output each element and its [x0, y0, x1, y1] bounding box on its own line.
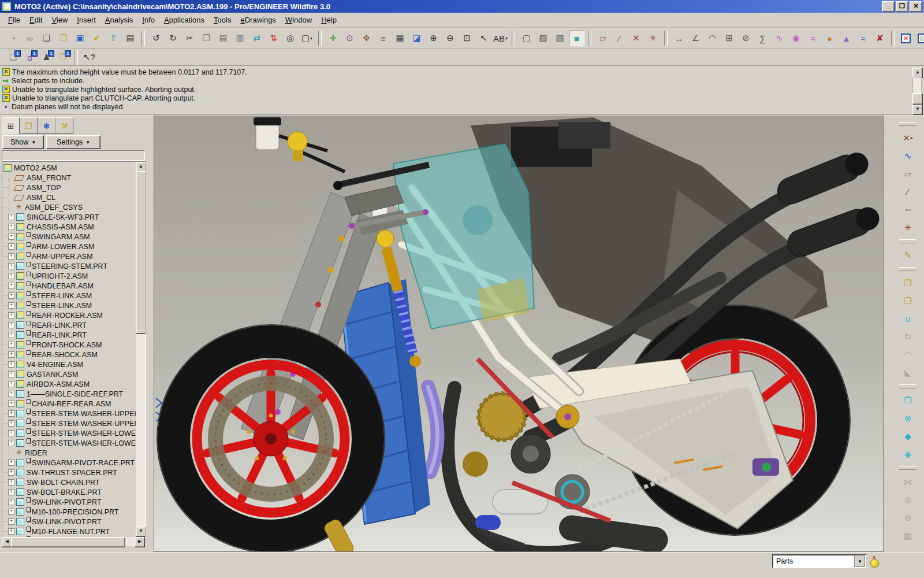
save-icon[interactable]: ▣	[72, 31, 88, 46]
shaded-icon[interactable]: ■	[569, 31, 584, 46]
selection-filter-icon[interactable]: ▢▾	[299, 31, 315, 46]
expand-icon[interactable]: +	[8, 361, 14, 368]
tree-item[interactable]: +SW-BOLT-BRAKE.PRT	[3, 487, 136, 497]
expand-icon[interactable]: +	[8, 302, 14, 309]
tree-item[interactable]: +STEER-STEM-WASHER-UPPEI	[3, 409, 136, 418]
hyperlink-icon[interactable]: ∞	[22, 31, 38, 46]
tree-item[interactable]: +STEER-STEM-WASHER-LOWE	[3, 438, 136, 448]
menu-insert[interactable]: Insert	[72, 13, 100, 27]
menu-window[interactable]: Window	[281, 13, 316, 27]
expand-icon[interactable]: +	[8, 469, 14, 476]
tree-hscroll-thumb[interactable]	[11, 537, 125, 547]
menu-edit[interactable]: Edit	[25, 13, 47, 27]
expand-icon[interactable]: +	[8, 479, 14, 486]
minimize-button[interactable]: _	[882, 1, 895, 12]
tree-item[interactable]: ASM_TOP	[3, 183, 136, 192]
menu-analysis[interactable]: Analysis	[100, 13, 137, 27]
axis-display-icon[interactable]: ∕	[612, 31, 627, 46]
tree-item[interactable]: +ARM-UPPER.ASM	[3, 251, 136, 261]
menu-tools[interactable]: Tools	[209, 13, 236, 27]
expand-icon[interactable]: +	[8, 332, 14, 338]
folder-browser-tab[interactable]: ❐	[20, 117, 38, 134]
tree-item[interactable]: +SINGLE-SK-WF3.PRT	[3, 212, 136, 222]
connect-session-icon[interactable]: ◔	[5, 31, 21, 46]
tree-item[interactable]: +SW-THRUST-SPACER.PRT	[3, 468, 136, 477]
expand-icon[interactable]: +	[8, 273, 14, 279]
expand-icon[interactable]: +	[8, 518, 14, 525]
menu-info[interactable]: Info	[137, 13, 159, 27]
expand-icon[interactable]: +	[8, 440, 14, 446]
paste-special-icon[interactable]: ▥	[232, 31, 248, 46]
expand-icon[interactable]: +	[8, 263, 14, 269]
mass-properties-icon[interactable]: ∑	[755, 31, 770, 46]
tree-item[interactable]: +1——SINGLE-SIDE-REF.PRT	[3, 389, 136, 399]
tree-scroll-thumb[interactable]	[136, 171, 146, 334]
curvature-analysis-icon[interactable]: ∿	[772, 31, 787, 46]
tree-item[interactable]: +SW-BOLT-CHAIN.PRT	[3, 477, 136, 487]
expand-icon[interactable]: +	[8, 234, 14, 240]
repaint-icon[interactable]: ◪	[409, 31, 424, 46]
datum-axis-tool-icon[interactable]: ∕	[900, 184, 916, 199]
selection-filter-combo[interactable]: Parts ▼	[772, 554, 866, 568]
tree-item[interactable]: ASM_CL	[3, 192, 136, 202]
close-button[interactable]: ✕	[910, 1, 922, 12]
delete-analysis-icon[interactable]: ✘	[872, 31, 888, 46]
tree-item[interactable]: ASM_FRONT	[3, 173, 136, 183]
message-scroll-down[interactable]: ▼	[912, 105, 923, 115]
dimension-tag-icon[interactable]: d1	[22, 50, 38, 65]
no-hidden-icon[interactable]: ▧	[552, 31, 568, 46]
saved-analysis-icon[interactable]: ≈	[855, 31, 871, 46]
refit-icon[interactable]: ⊡	[459, 31, 475, 46]
message-scrollbar[interactable]: ▲ ▼	[912, 68, 922, 114]
tree-item[interactable]: +STEERING-STEM.PRT	[3, 261, 136, 271]
offset-tool-icon[interactable]: ⊛	[900, 510, 916, 525]
tree-item[interactable]: +SW-LINK-PIVOT.PRT	[3, 517, 136, 527]
menu-view[interactable]: View	[47, 13, 72, 27]
print-icon[interactable]: ▤	[122, 31, 138, 46]
expand-icon[interactable]: +	[8, 499, 14, 505]
settings-button[interactable]: Settings▼	[46, 135, 100, 149]
connections-tab[interactable]: ⚒	[55, 117, 73, 134]
view-manager-icon[interactable]: ▦	[392, 31, 408, 46]
tree-item[interactable]: +STEER-LINK.ASM	[3, 301, 136, 310]
revolve-tool-icon[interactable]: ↻	[900, 329, 916, 344]
redo-icon[interactable]: ↻	[165, 31, 181, 46]
tree-item[interactable]: +CHASSIS-ASM.ASM	[3, 222, 136, 232]
tree-item[interactable]: ✳ASM_DEF_CSYS	[3, 202, 136, 212]
measure-angle-icon[interactable]: ∠	[688, 31, 703, 46]
tree-item[interactable]: MOTO2.ASM	[3, 163, 136, 173]
hole-tool-icon[interactable]: ∪	[900, 311, 916, 327]
expand-icon[interactable]: +	[8, 214, 14, 220]
expand-icon[interactable]: +	[8, 509, 14, 515]
save-copy-icon[interactable]: ✔	[89, 31, 105, 46]
sketch-tool-icon[interactable]: ∿	[900, 148, 916, 164]
annotation-tool-icon[interactable]: ✎	[900, 247, 916, 263]
mirror-tool-icon[interactable]: ⋈	[900, 474, 916, 490]
menu-file[interactable]: File	[3, 13, 25, 27]
expand-icon[interactable]: +	[8, 489, 14, 495]
spin-center-icon[interactable]: ✛	[325, 31, 341, 46]
pattern-tool-icon[interactable]: ▦	[900, 528, 916, 543]
expand-icon[interactable]: +	[8, 253, 14, 260]
shaded-analysis-icon[interactable]: ●	[822, 31, 837, 46]
close-pane-icon[interactable]: ✕	[898, 31, 914, 46]
expand-icon[interactable]: +	[8, 430, 14, 436]
model-tree-tab[interactable]: ⊞	[2, 117, 20, 134]
reorient-icon[interactable]: ↖	[476, 31, 491, 46]
update-icon[interactable]: ⇄	[249, 31, 264, 46]
tree-item[interactable]: +STEER-STEM-WASHER-LOWE	[3, 428, 136, 438]
restore-button[interactable]: ❐	[896, 1, 908, 12]
tree-item[interactable]: ✳RIDER	[3, 448, 136, 458]
context-help-icon[interactable]: ↖?	[81, 50, 97, 65]
tree-item[interactable]: +M10-FLANGE-NUT.PRT	[3, 527, 136, 536]
tree-item[interactable]: +V4-ENGINE.ASM	[3, 360, 136, 369]
measure-curve-icon[interactable]: ◠	[705, 31, 720, 46]
open-file-icon[interactable]: ❐	[55, 31, 71, 46]
tree-item[interactable]: +REAR-LINK.PRT	[3, 330, 136, 340]
zoom-out-icon[interactable]: ⊖	[442, 31, 458, 46]
hidden-line-icon[interactable]: ▨	[535, 31, 551, 46]
tree-item[interactable]: +GASTANK.ASM	[3, 369, 136, 379]
layers-icon[interactable]: ≡	[375, 31, 391, 46]
draft-tool-icon[interactable]: ◆	[900, 428, 916, 444]
measure-distance-icon[interactable]: ↔	[671, 31, 687, 46]
